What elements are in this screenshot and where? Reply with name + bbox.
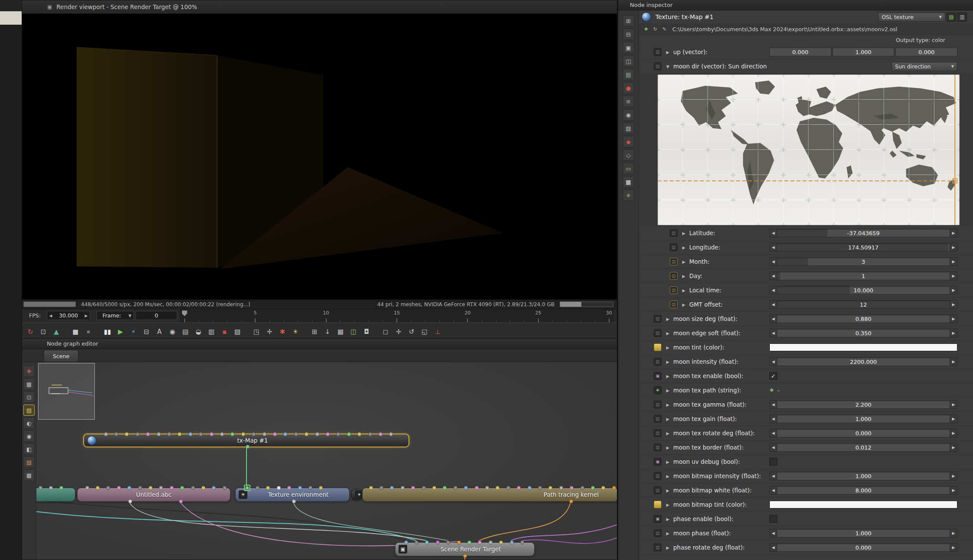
slider-moon-intensity-float[interactable]: ◀2200.000▶	[769, 357, 957, 366]
slider-moon-size-deg-float[interactable]: ◀0.880▶	[769, 314, 957, 323]
input-pin[interactable]	[241, 432, 245, 436]
input-pin[interactable]	[454, 486, 457, 490]
stop-icon[interactable]: ■	[69, 325, 82, 339]
input-pin[interactable]	[357, 432, 361, 436]
send-to-node-graph-icon[interactable]: ⊡	[37, 325, 50, 339]
input-pin[interactable]	[548, 486, 552, 490]
input-pin[interactable]	[188, 432, 192, 436]
input-pin[interactable]	[277, 486, 281, 490]
input-pin[interactable]	[212, 486, 216, 490]
input-pin[interactable]	[223, 486, 227, 490]
world-map[interactable]	[658, 74, 960, 225]
increment-arrow-icon[interactable]: ▶	[950, 544, 957, 551]
increment-arrow-icon[interactable]: ▶	[950, 401, 957, 408]
input-pin[interactable]	[601, 486, 605, 490]
expander-closed-icon[interactable]: ▶	[665, 317, 671, 321]
medium-nodes-icon[interactable]: ◧	[23, 443, 35, 455]
input-pin[interactable]	[263, 432, 266, 436]
displacement-nodes-icon[interactable]: ▨	[23, 456, 35, 468]
input-pin[interactable]	[478, 541, 482, 544]
input-pin[interactable]	[520, 541, 524, 544]
input-pin[interactable]	[379, 432, 383, 436]
input-pin[interactable]	[49, 486, 53, 490]
slider-moon-tex-rotate-deg-float[interactable]: ◀0.000▶	[769, 429, 957, 437]
input-pin[interactable]	[127, 486, 131, 490]
input-pin[interactable]	[149, 486, 152, 490]
emission-nodes-icon[interactable]: ◉	[23, 431, 35, 442]
rotate-tool-icon[interactable]: ↺	[405, 325, 418, 339]
vector-component[interactable]: 0.000	[769, 48, 831, 56]
expander-closed-icon[interactable]: ▶	[665, 374, 671, 379]
input-pin[interactable]	[273, 432, 277, 436]
expander-closed-icon[interactable]: ▶	[665, 388, 671, 393]
increment-arrow-icon[interactable]: ▶	[950, 272, 957, 280]
input-pin[interactable]	[538, 486, 542, 490]
render-target-nodes-icon[interactable]: ⊡	[23, 392, 35, 403]
expander-closed-icon[interactable]: ▶	[665, 502, 671, 507]
input-pin[interactable]	[581, 486, 584, 490]
input-pin[interactable]	[201, 486, 205, 490]
display-sync-icon[interactable]: ⊟	[140, 325, 153, 339]
expander-closed-icon[interactable]: ▶	[665, 488, 671, 493]
input-pin[interactable]	[369, 486, 373, 490]
expander-closed-icon[interactable]: ▶	[665, 345, 671, 350]
slider-longitude[interactable]: ◀174.50917▶	[769, 243, 957, 252]
slider-moon-tex-border-float[interactable]: ◀0.012▶	[769, 443, 957, 452]
input-pin[interactable]	[475, 486, 479, 490]
node-tx-map-1[interactable]: tx-Map #1	[83, 434, 409, 447]
node-tree-icon[interactable]: ❖	[642, 26, 650, 33]
input-pin[interactable]	[415, 541, 418, 544]
image-icon[interactable]: ▣	[623, 42, 634, 53]
expander-closed-icon[interactable]: ▶	[681, 288, 687, 293]
increment-arrow-icon[interactable]: ▶	[950, 315, 957, 323]
restart-render-icon[interactable]: ↻	[24, 325, 37, 339]
checkbox-moon-uv-debug-bool[interactable]	[769, 458, 777, 466]
copy-to-clipboard-icon[interactable]: ⊞	[308, 325, 321, 339]
clay-mode-icon[interactable]: ◒	[192, 325, 205, 339]
slider-local-time[interactable]: ◀10.000▶	[769, 286, 957, 295]
increment-arrow-icon[interactable]: ▶	[950, 486, 957, 494]
increment-arrow-icon[interactable]: ▶	[950, 358, 957, 366]
input-pin[interactable]	[436, 541, 440, 544]
passes-icon[interactable]: ▧	[231, 325, 244, 339]
expander-closed-icon[interactable]: ▶	[681, 274, 687, 278]
input-pin[interactable]	[432, 486, 436, 490]
input-pin[interactable]	[125, 432, 129, 436]
edit-icon[interactable]: ✎	[661, 26, 668, 33]
camera-focus-icon[interactable]: ▲	[50, 325, 63, 339]
expander-closed-icon[interactable]: ▶	[681, 259, 687, 264]
record-icon[interactable]: ▪	[218, 325, 231, 339]
expander-closed-icon[interactable]: ▶	[665, 50, 671, 55]
expander-closed-icon[interactable]: ▶	[665, 359, 671, 364]
node-graph-titlebar[interactable]: Node graph editor	[22, 339, 617, 349]
input-pin[interactable]	[389, 432, 393, 436]
expander-closed-icon[interactable]: ▶	[665, 445, 671, 450]
lock-viewport-icon[interactable]: ◘	[360, 325, 373, 339]
checkbox-phase-enable-bool[interactable]	[769, 515, 777, 523]
color-swatch[interactable]	[769, 343, 957, 351]
axis-gizmo-icon[interactable]: ⊥	[431, 325, 444, 339]
input-pin[interactable]	[612, 486, 616, 490]
expander-closed-icon[interactable]: ▶	[665, 517, 671, 521]
increment-arrow-icon[interactable]: ▶	[950, 443, 957, 451]
input-pin[interactable]	[287, 486, 291, 490]
geometry-nodes-icon[interactable]: ▦	[23, 379, 35, 390]
node-texture-environment[interactable]: ☀Texture environment	[235, 488, 350, 502]
input-pin[interactable]	[559, 486, 563, 490]
grid-view-button[interactable]: ▥	[957, 13, 967, 22]
input-pin[interactable]	[230, 432, 234, 436]
output-pin[interactable]	[569, 499, 573, 503]
input-pin[interactable]	[305, 432, 308, 436]
input-pin[interactable]	[517, 486, 521, 490]
input-pin[interactable]	[220, 432, 224, 436]
input-pin[interactable]	[167, 432, 171, 436]
input-pin[interactable]	[390, 486, 394, 490]
input-pin[interactable]	[39, 486, 42, 490]
input-pin[interactable]	[199, 432, 203, 436]
folder-icon[interactable]: ▭	[623, 163, 634, 174]
input-pin[interactable]	[570, 486, 574, 490]
increment-arrow-icon[interactable]: ▶	[950, 415, 957, 423]
vector-component[interactable]: 1.000	[833, 48, 895, 56]
snapshot-icon[interactable]: ▥	[205, 325, 218, 339]
increment-arrow-icon[interactable]: ▶	[950, 229, 957, 237]
